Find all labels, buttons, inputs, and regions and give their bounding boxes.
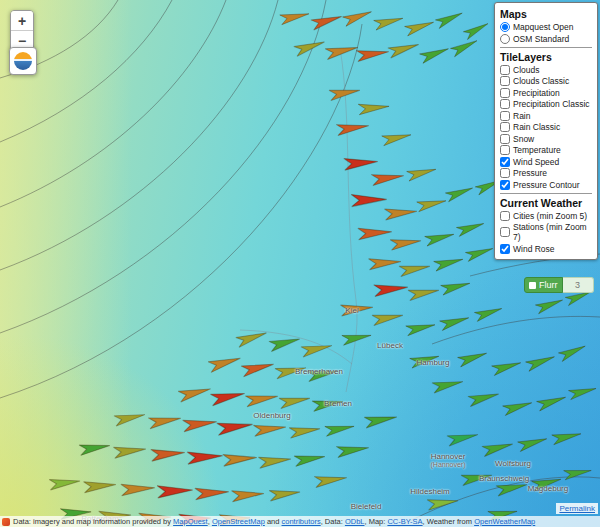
tileLayers-option[interactable]: Clouds	[500, 65, 592, 75]
option-label: OSM Standard	[513, 34, 569, 44]
wind-arrow	[301, 341, 333, 358]
currentWeather-option[interactable]: Stations (min Zoom 7)	[500, 222, 592, 242]
zoom-in-button[interactable]: +	[11, 11, 33, 31]
currentweather-section-title: Current Weather	[500, 197, 592, 209]
attribution-link[interactable]: ODbL	[345, 517, 365, 526]
tileLayers-option[interactable]: Pressure	[500, 168, 592, 178]
attribution-link[interactable]: contributors	[282, 517, 321, 526]
wind-arrow	[236, 328, 268, 347]
checkbox-input[interactable]	[500, 168, 510, 178]
currentWeather-option[interactable]: Wind Rose	[500, 244, 592, 254]
option-label: Rain Classic	[513, 122, 560, 132]
tileLayers-option[interactable]: Temperature	[500, 145, 592, 155]
radio-input[interactable]	[500, 22, 510, 32]
flurry-label: Flurr	[539, 280, 558, 290]
attribution-text: Data: imagery and map information provid…	[13, 517, 535, 526]
wind-arrow	[364, 412, 397, 428]
wind-arrow	[568, 384, 597, 400]
wind-arrow	[369, 256, 402, 270]
checkbox-input[interactable]	[500, 76, 510, 86]
radio-input[interactable]	[500, 34, 510, 44]
wind-arrow	[258, 453, 291, 468]
openweathermap-logo-button[interactable]	[9, 47, 37, 75]
wind-arrow	[289, 424, 321, 439]
wind-arrow	[440, 313, 470, 330]
flurry-button[interactable]: Flurr	[524, 277, 563, 293]
option-label: Snow	[513, 134, 534, 144]
permalink-link[interactable]: Permalink	[556, 503, 598, 514]
wind-arrow	[482, 439, 514, 456]
checkbox-input[interactable]	[500, 88, 510, 98]
flurry-count: 3	[563, 277, 594, 293]
tileLayers-option[interactable]: Pressure Contour	[500, 180, 592, 190]
option-label: Wind Rose	[513, 244, 555, 254]
option-label: Cities (min Zoom 5)	[513, 211, 587, 221]
city-label: Oldenburg	[253, 411, 290, 420]
wind-arrow	[157, 484, 193, 498]
city-sublabel: (Hannover)	[430, 462, 465, 470]
tileLayers-option[interactable]: Precipitation	[500, 88, 592, 98]
wind-arrow	[447, 430, 479, 447]
checkbox-input[interactable]	[500, 122, 510, 132]
wind-arrow	[552, 429, 582, 445]
wind-arrow	[432, 377, 464, 394]
wind-arrow	[406, 320, 436, 336]
wind-arrow	[518, 434, 548, 451]
wind-arrow	[269, 334, 301, 351]
maps-option[interactable]: Mapquest Open	[500, 22, 592, 32]
option-label: Precipitation	[513, 88, 560, 98]
checkbox-input[interactable]	[500, 134, 510, 144]
attribution-link[interactable]: MapQuest	[173, 517, 208, 526]
checkbox-input[interactable]	[500, 211, 510, 221]
checkbox-input[interactable]	[500, 145, 510, 155]
wind-arrow	[232, 488, 265, 502]
tileLayers-option[interactable]: Wind Speed	[500, 157, 592, 167]
wind-arrow	[311, 12, 343, 30]
maps-option[interactable]: OSM Standard	[500, 34, 592, 44]
city-label: Bremerhaven	[295, 367, 343, 376]
wind-arrow	[390, 236, 422, 251]
checkbox-input[interactable]	[500, 99, 510, 109]
wind-arrow	[269, 487, 300, 501]
checkbox-input[interactable]	[500, 157, 510, 167]
checkbox-input[interactable]	[500, 244, 510, 254]
checkbox-input[interactable]	[500, 65, 510, 75]
wind-arrow	[344, 156, 378, 170]
option-label: Stations (min Zoom 7)	[513, 222, 592, 242]
wind-arrow	[371, 170, 404, 185]
currentWeather-option[interactable]: Cities (min Zoom 5)	[500, 211, 592, 221]
wind-arrow	[535, 296, 564, 314]
wind-arrow	[434, 254, 464, 271]
maps-section-title: Maps	[500, 8, 592, 20]
wind-arrow	[441, 278, 471, 295]
option-label: Temperature	[513, 145, 561, 155]
wind-arrow	[385, 206, 418, 220]
tileLayers-option[interactable]: Clouds Classic	[500, 76, 592, 86]
wind-arrow	[503, 398, 533, 415]
tileLayers-option[interactable]: Rain Classic	[500, 122, 592, 132]
tileLayers-option[interactable]: Snow	[500, 134, 592, 144]
attribution-bar: Data: imagery and map information provid…	[0, 516, 600, 527]
tileLayers-option[interactable]: Precipitation Classic	[500, 99, 592, 109]
wind-arrow	[183, 416, 218, 432]
attribution-link[interactable]: CC-BY-SA	[387, 517, 422, 526]
wind-arrow	[187, 450, 223, 465]
wind-arrow	[420, 44, 450, 63]
wind-arrow	[325, 421, 355, 436]
attribution-link[interactable]: OpenWeatherMap	[474, 517, 535, 526]
checkbox-input[interactable]	[500, 180, 510, 190]
option-label: Rain	[513, 111, 530, 121]
wind-arrow	[427, 496, 459, 511]
wind-arrow	[465, 244, 494, 261]
wind-arrow	[405, 18, 435, 36]
attribution-text-segment: , Map:	[364, 517, 387, 526]
flurry-badge[interactable]: Flurr 3	[524, 277, 594, 293]
tileLayers-option[interactable]: Rain	[500, 111, 592, 121]
attribution-text-segment: , Weather from	[423, 517, 475, 526]
wind-arrow	[458, 349, 488, 367]
attribution-link[interactable]: OpenStreetMap	[212, 517, 265, 526]
checkbox-input[interactable]	[500, 227, 510, 237]
wind-arrow	[79, 440, 111, 455]
checkbox-input[interactable]	[500, 111, 510, 121]
wind-arrow	[358, 226, 392, 240]
